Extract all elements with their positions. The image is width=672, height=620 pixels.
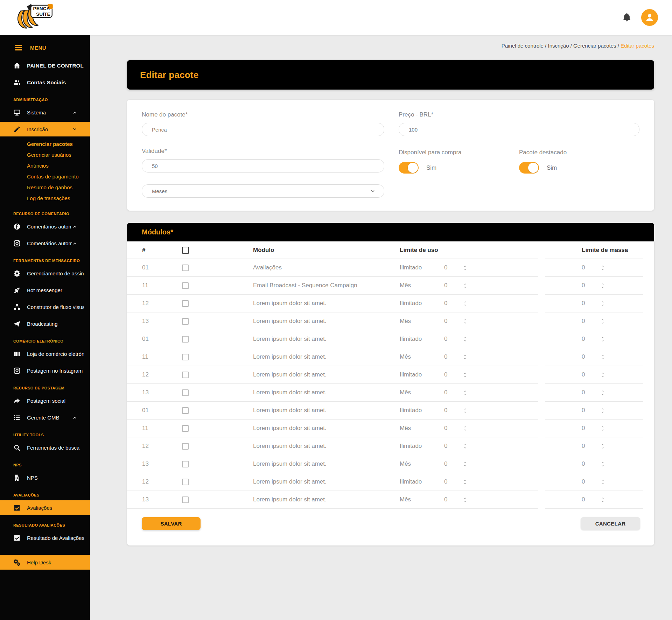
mass-stepper[interactable] — [600, 407, 605, 414]
usage-stepper[interactable] — [463, 300, 468, 307]
mass-stepper[interactable] — [600, 354, 605, 360]
usage-stepper[interactable] — [463, 389, 468, 396]
mass-value[interactable]: 0 — [545, 264, 600, 271]
sidebar-subitem-gerenciar-pacotes[interactable]: Gerenciar pacotes — [0, 139, 90, 149]
usage-value[interactable]: 0 — [444, 460, 463, 467]
mass-stepper[interactable] — [600, 300, 605, 307]
usage-value[interactable]: 0 — [444, 300, 463, 307]
usage-stepper[interactable] — [463, 496, 468, 503]
usage-stepper[interactable] — [463, 282, 468, 289]
sidebar-subitem-gerenciar-usuarios[interactable]: Gerenciar usuários — [0, 149, 90, 160]
sidebar-item-ferramentas-de-busca[interactable]: Ferramentas de busca — [0, 440, 90, 455]
usage-value[interactable]: 0 — [444, 389, 463, 396]
usage-value[interactable]: 0 — [444, 425, 463, 432]
sidebar-item-resultado-de-avaliacoes[interactable]: Resultado de Avaliações — [0, 530, 90, 545]
mass-value[interactable]: 0 — [545, 300, 600, 307]
mass-value[interactable]: 0 — [545, 496, 600, 503]
mass-stepper[interactable] — [600, 282, 605, 289]
usage-stepper[interactable] — [463, 336, 468, 343]
mass-stepper[interactable] — [600, 496, 605, 503]
sidebar-item-postagem-social[interactable]: Postagem social — [0, 393, 90, 408]
sidebar-subitem-anuncios[interactable]: Anúncios — [0, 160, 90, 171]
sidebar-item-inscricao[interactable]: Inscrição — [0, 122, 90, 136]
mass-stepper[interactable] — [600, 389, 605, 396]
usage-stepper[interactable] — [463, 265, 468, 271]
row-checkbox[interactable] — [182, 282, 189, 289]
penca-suite-logo[interactable]: PENCA SUÍTE — [13, 2, 54, 34]
row-checkbox[interactable] — [182, 496, 189, 503]
usage-stepper[interactable] — [463, 461, 468, 467]
mass-stepper[interactable] — [600, 318, 605, 325]
mass-value[interactable]: 0 — [545, 318, 600, 325]
sidebar-item-contas-sociais[interactable]: Contas Sociais — [0, 75, 90, 90]
mass-stepper[interactable] — [600, 265, 605, 271]
usage-value[interactable]: 0 — [444, 496, 463, 503]
sidebar-item-construtor-de-fluxo-visual[interactable]: Construtor de fluxo visual — [0, 300, 90, 314]
mass-stepper[interactable] — [600, 372, 605, 378]
mass-value[interactable]: 0 — [545, 282, 600, 289]
validade-input[interactable]: 50 — [142, 159, 384, 172]
save-button[interactable]: SALVAR — [142, 517, 201, 530]
usage-stepper[interactable] — [463, 318, 468, 325]
mass-value[interactable]: 0 — [545, 425, 600, 432]
row-checkbox[interactable] — [182, 479, 189, 485]
select-all-checkbox[interactable] — [182, 247, 189, 254]
sidebar-item-postagem-no-instagram[interactable]: Postagem no Instagram — [0, 363, 90, 378]
row-checkbox[interactable] — [182, 318, 189, 325]
disponivel-toggle[interactable] — [399, 162, 419, 174]
sidebar-item-help-desk[interactable]: Help Desk — [0, 555, 90, 570]
row-checkbox[interactable] — [182, 461, 189, 467]
sidebar-subitem-contas-de-pagamento[interactable]: Contas de pagamento — [0, 171, 90, 182]
usage-stepper[interactable] — [463, 372, 468, 378]
sidebar-item-comentarios-automaticos[interactable]: Comentários automáticos — [0, 219, 90, 234]
sidebar-item-broadcasting[interactable]: Broadcasting — [0, 316, 90, 331]
breadcrumb-link[interactable]: Inscrição — [548, 43, 569, 49]
mass-stepper[interactable] — [600, 461, 605, 467]
mass-stepper[interactable] — [600, 336, 605, 343]
row-checkbox[interactable] — [182, 407, 189, 414]
row-checkbox[interactable] — [182, 354, 189, 360]
sidebar-item-comentarios-automaticos[interactable]: Comentários automáticos — [0, 236, 90, 251]
mass-value[interactable]: 0 — [545, 336, 600, 343]
usage-stepper[interactable] — [463, 354, 468, 360]
mass-value[interactable]: 0 — [545, 371, 600, 378]
row-checkbox[interactable] — [182, 265, 189, 271]
usage-value[interactable]: 0 — [444, 336, 463, 343]
mass-value[interactable]: 0 — [545, 353, 600, 360]
row-checkbox[interactable] — [182, 336, 189, 343]
usage-stepper[interactable] — [463, 443, 468, 450]
mass-value[interactable]: 0 — [545, 407, 600, 414]
mass-value[interactable]: 0 — [545, 478, 600, 485]
breadcrumb-link[interactable]: Gerenciar pacotes — [573, 43, 616, 49]
periodo-select[interactable]: Meses — [142, 184, 384, 198]
usage-value[interactable]: 0 — [444, 264, 463, 271]
mass-stepper[interactable] — [600, 425, 605, 432]
sidebar-item-bot-messenger[interactable]: Bot messenger — [0, 283, 90, 297]
usage-value[interactable]: 0 — [444, 478, 463, 485]
sidebar-item-painel-de-controle[interactable]: PAINEL DE CONTROLE — [0, 58, 90, 73]
preco-input[interactable]: 100 — [399, 123, 639, 136]
sidebar-item-nps[interactable]: NPS — [0, 470, 90, 485]
usage-stepper[interactable] — [463, 425, 468, 432]
breadcrumb-link[interactable]: Painel de controle — [502, 43, 544, 49]
usage-stepper[interactable] — [463, 407, 468, 414]
mass-value[interactable]: 0 — [545, 389, 600, 396]
row-checkbox[interactable] — [182, 372, 189, 378]
usage-value[interactable]: 0 — [444, 443, 463, 450]
mass-stepper[interactable] — [600, 443, 605, 450]
sidebar-item-sistema[interactable]: Sistema — [0, 105, 90, 120]
mass-value[interactable]: 0 — [545, 460, 600, 467]
cancel-button[interactable]: CANCELAR — [581, 517, 640, 530]
avatar[interactable] — [641, 9, 658, 26]
sidebar-item-avaliacoes[interactable]: Avaliações — [0, 500, 90, 515]
row-checkbox[interactable] — [182, 389, 189, 396]
usage-value[interactable]: 0 — [444, 407, 463, 414]
sidebar-subitem-resumo-de-ganhos[interactable]: Resumo de ganhos — [0, 182, 90, 193]
sidebar-item-loja-de-comercio-eletronico[interactable]: Loja de comércio eletrónico — [0, 346, 90, 361]
mass-value[interactable]: 0 — [545, 443, 600, 450]
sidebar-subitem-log-de-transacoes[interactable]: Log de transações — [0, 193, 90, 204]
row-checkbox[interactable] — [182, 300, 189, 307]
sidebar-item-gerente-gmb[interactable]: Gerente GMB — [0, 410, 90, 425]
usage-value[interactable]: 0 — [444, 353, 463, 360]
bell-icon[interactable] — [622, 12, 632, 23]
